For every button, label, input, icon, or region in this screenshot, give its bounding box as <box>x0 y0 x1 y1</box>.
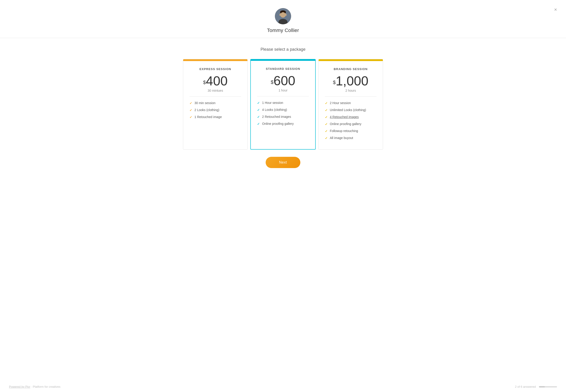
branding-top-bar <box>319 59 383 61</box>
footer-separator: · <box>31 385 33 388</box>
list-item: ✓ Followup retouching <box>325 129 377 133</box>
feature-text: 4 Looks (clothing) <box>262 108 287 112</box>
feature-text: Online proofing gallery <box>330 122 361 126</box>
feature-text: 2 Retouched images <box>262 115 291 118</box>
check-icon: ✓ <box>189 101 192 105</box>
feature-text: 1 Hour session <box>262 101 283 105</box>
standard-amount: 600 <box>273 73 295 88</box>
standard-top-bar <box>251 59 315 61</box>
express-features: ✓ 30 min session ✓ 2 Looks (clothing) ✓ … <box>189 101 241 119</box>
branding-name: BRANDING SESSION <box>325 67 377 71</box>
check-icon: ✓ <box>325 136 328 140</box>
feature-text: Unlimited Looks (clothing) <box>330 108 366 112</box>
check-icon: ✓ <box>325 129 328 133</box>
footer-right: 2 of 6 answered <box>515 385 557 388</box>
feature-text: 1 Retouched image <box>195 115 222 119</box>
express-price: $400 <box>189 74 241 87</box>
standard-duration: 1 hour <box>257 88 309 92</box>
feature-text: 4 Retouched images <box>330 115 359 119</box>
picr-link[interactable]: Powered by Picr <box>9 385 30 388</box>
standard-dollar: $ <box>271 79 273 85</box>
svg-point-4 <box>281 12 285 18</box>
feature-text: Followup retouching <box>330 129 358 133</box>
check-icon: ✓ <box>325 115 328 119</box>
avatar <box>275 8 291 24</box>
check-icon: ✓ <box>257 115 260 119</box>
progress-text: 2 of 6 answered <box>515 385 536 388</box>
check-icon: ✓ <box>189 115 192 119</box>
check-icon: ✓ <box>257 101 260 105</box>
express-dollar: $ <box>203 80 206 85</box>
package-card-standard[interactable]: STANDARD SESSION $600 1 hour ✓ 1 Hour se… <box>250 59 315 150</box>
express-top-bar <box>183 59 247 61</box>
branding-duration: 2 hours <box>325 89 377 92</box>
branding-price: $1,000 <box>325 74 377 87</box>
feature-text: 2 Hour session <box>330 101 351 105</box>
progress-fill <box>539 386 545 388</box>
express-duration: 30 mintues <box>189 89 241 92</box>
feature-text: Online proofing gallery <box>262 122 294 126</box>
footer-left: Powered by Picr · Platform for creatives <box>9 385 60 388</box>
progress-bar <box>539 386 557 388</box>
standard-features: ✓ 1 Hour session ✓ 4 Looks (clothing) ✓ … <box>257 101 309 126</box>
check-icon: ✓ <box>325 122 328 126</box>
svg-point-5 <box>279 14 281 16</box>
standard-divider <box>257 96 309 97</box>
list-item: ✓ 1 Hour session <box>257 101 309 105</box>
standard-name: STANDARD SESSION <box>257 67 309 70</box>
list-item: ✓ 1 Retouched image <box>189 115 241 119</box>
header: Tommy Collier <box>0 0 566 38</box>
check-icon: ✓ <box>325 101 328 105</box>
footer-tagline: Platform for creatives <box>33 385 61 388</box>
standard-price: $600 <box>257 74 309 87</box>
branding-dollar: $ <box>333 80 336 85</box>
check-icon: ✓ <box>257 122 260 126</box>
footer: Powered by Picr · Platform for creatives… <box>0 381 566 392</box>
standard-inner: STANDARD SESSION $600 1 hour ✓ 1 Hour se… <box>251 61 315 135</box>
feature-text: All image buyout <box>330 136 353 140</box>
list-item: ✓ 4 Looks (clothing) <box>257 108 309 112</box>
check-icon: ✓ <box>257 108 260 112</box>
branding-amount: 1,000 <box>336 73 368 88</box>
list-item: ✓ All image buyout <box>325 136 377 140</box>
check-icon: ✓ <box>189 108 192 112</box>
express-amount: 400 <box>206 73 227 88</box>
express-name: EXPRESS SESSION <box>189 67 241 71</box>
list-item: ✓ Online proofing gallery <box>325 122 377 126</box>
feature-text: 30 min session <box>195 101 215 105</box>
express-inner: EXPRESS SESSION $400 30 mintues ✓ 30 min… <box>183 61 247 128</box>
list-item: ✓ 30 min session <box>189 101 241 105</box>
package-card-branding[interactable]: BRANDING SESSION $1,000 2 hours ✓ 2 Hour… <box>318 59 383 150</box>
svg-point-6 <box>285 14 287 16</box>
packages-grid: EXPRESS SESSION $400 30 mintues ✓ 30 min… <box>182 59 384 150</box>
list-item: ✓ Online proofing gallery <box>257 122 309 126</box>
list-item: ✓ 2 Retouched images <box>257 115 309 119</box>
list-item: ✓ Unlimited Looks (clothing) <box>325 108 377 112</box>
branding-inner: BRANDING SESSION $1,000 2 hours ✓ 2 Hour… <box>319 61 383 149</box>
feature-text: 2 Looks (clothing) <box>195 108 219 112</box>
close-icon: × <box>554 7 557 12</box>
list-item: ✓ 4 Retouched images <box>325 115 377 119</box>
package-card-express[interactable]: EXPRESS SESSION $400 30 mintues ✓ 30 min… <box>183 59 248 150</box>
list-item: ✓ 2 Looks (clothing) <box>189 108 241 112</box>
next-button[interactable]: Next <box>266 157 301 168</box>
check-icon: ✓ <box>325 108 328 112</box>
user-name: Tommy Collier <box>267 28 299 33</box>
branding-features: ✓ 2 Hour session ✓ Unlimited Looks (clot… <box>325 101 377 140</box>
section-title: Please select a package <box>260 47 306 52</box>
main-content: Please select a package EXPRESS SESSION … <box>0 38 566 177</box>
close-button[interactable]: × <box>553 6 558 13</box>
list-item: ✓ 2 Hour session <box>325 101 377 105</box>
